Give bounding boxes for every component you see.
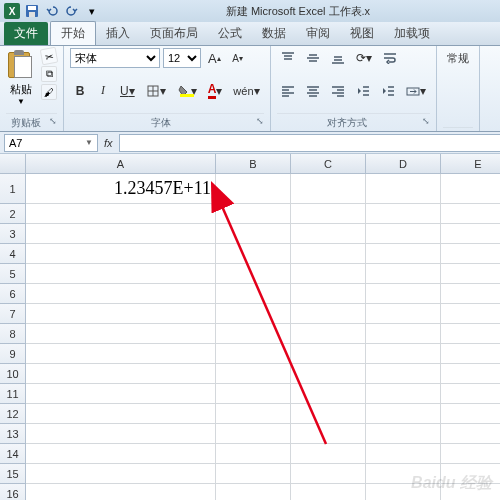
cell-D4[interactable] xyxy=(366,244,441,264)
cell-A2[interactable] xyxy=(26,204,216,224)
row-header-12[interactable]: 12 xyxy=(0,404,26,424)
cell-E16[interactable] xyxy=(441,484,500,500)
tab-4[interactable]: 数据 xyxy=(252,22,296,45)
align-right-button[interactable] xyxy=(327,81,349,101)
border-button[interactable]: ▾ xyxy=(142,81,170,101)
row-header-8[interactable]: 8 xyxy=(0,324,26,344)
cell-D12[interactable] xyxy=(366,404,441,424)
bold-button[interactable]: B xyxy=(70,81,90,101)
row-header-9[interactable]: 9 xyxy=(0,344,26,364)
cell-A13[interactable] xyxy=(26,424,216,444)
cell-B5[interactable] xyxy=(216,264,291,284)
cell-E8[interactable] xyxy=(441,324,500,344)
cell-A5[interactable] xyxy=(26,264,216,284)
col-header-A[interactable]: A xyxy=(26,154,216,174)
row-header-3[interactable]: 3 xyxy=(0,224,26,244)
align-bottom-button[interactable] xyxy=(327,48,349,68)
cell-A6[interactable] xyxy=(26,284,216,304)
tab-0[interactable]: 开始 xyxy=(50,21,96,45)
cell-D1[interactable] xyxy=(366,174,441,204)
tab-6[interactable]: 视图 xyxy=(340,22,384,45)
col-header-B[interactable]: B xyxy=(216,154,291,174)
merge-button[interactable]: ▾ xyxy=(402,81,430,101)
cell-D8[interactable] xyxy=(366,324,441,344)
align-middle-button[interactable] xyxy=(302,48,324,68)
undo-icon[interactable] xyxy=(44,3,60,19)
cut-icon[interactable]: ✂ xyxy=(40,47,59,66)
cell-D15[interactable] xyxy=(366,464,441,484)
number-format-select[interactable]: 常规 xyxy=(443,48,473,68)
fx-icon[interactable]: fx xyxy=(98,137,119,149)
align-top-button[interactable] xyxy=(277,48,299,68)
select-all-corner[interactable] xyxy=(0,154,26,174)
cell-E12[interactable] xyxy=(441,404,500,424)
tab-1[interactable]: 插入 xyxy=(96,22,140,45)
dialog-launcher-icon[interactable]: ⤡ xyxy=(256,116,264,126)
row-header-16[interactable]: 16 xyxy=(0,484,26,500)
cell-D7[interactable] xyxy=(366,304,441,324)
tab-2[interactable]: 页面布局 xyxy=(140,22,208,45)
cell-D2[interactable] xyxy=(366,204,441,224)
cell-C7[interactable] xyxy=(291,304,366,324)
dialog-launcher-icon[interactable]: ⤡ xyxy=(422,116,430,126)
cell-E4[interactable] xyxy=(441,244,500,264)
orientation-button[interactable]: ⟳▾ xyxy=(352,48,376,68)
cell-E2[interactable] xyxy=(441,204,500,224)
paste-button[interactable]: 粘贴 ▼ xyxy=(6,48,36,108)
font-color-button[interactable]: A▾ xyxy=(204,81,227,101)
cell-E1[interactable] xyxy=(441,174,500,204)
cell-B12[interactable] xyxy=(216,404,291,424)
increase-font-button[interactable]: A▴ xyxy=(204,48,225,68)
cell-C1[interactable] xyxy=(291,174,366,204)
cell-B10[interactable] xyxy=(216,364,291,384)
qat-dropdown-icon[interactable]: ▾ xyxy=(84,3,100,19)
cell-C11[interactable] xyxy=(291,384,366,404)
decrease-font-button[interactable]: A▾ xyxy=(228,48,248,68)
cell-A9[interactable] xyxy=(26,344,216,364)
cell-A8[interactable] xyxy=(26,324,216,344)
cell-A12[interactable] xyxy=(26,404,216,424)
cell-E5[interactable] xyxy=(441,264,500,284)
cell-C5[interactable] xyxy=(291,264,366,284)
cell-E9[interactable] xyxy=(441,344,500,364)
cell-B13[interactable] xyxy=(216,424,291,444)
formula-input[interactable] xyxy=(119,134,500,152)
cell-A16[interactable] xyxy=(26,484,216,500)
cell-D5[interactable] xyxy=(366,264,441,284)
cell-C2[interactable] xyxy=(291,204,366,224)
increase-indent-button[interactable] xyxy=(377,81,399,101)
cell-A3[interactable] xyxy=(26,224,216,244)
tab-3[interactable]: 公式 xyxy=(208,22,252,45)
font-name-select[interactable]: 宋体 xyxy=(70,48,160,68)
row-header-15[interactable]: 15 xyxy=(0,464,26,484)
cell-C13[interactable] xyxy=(291,424,366,444)
cell-B3[interactable] xyxy=(216,224,291,244)
cell-A15[interactable] xyxy=(26,464,216,484)
cell-C8[interactable] xyxy=(291,324,366,344)
col-header-E[interactable]: E xyxy=(441,154,500,174)
cell-E10[interactable] xyxy=(441,364,500,384)
name-box[interactable]: A7 ▼ xyxy=(4,134,98,152)
cell-E11[interactable] xyxy=(441,384,500,404)
tab-file[interactable]: 文件 xyxy=(4,22,48,45)
cell-C4[interactable] xyxy=(291,244,366,264)
cell-C10[interactable] xyxy=(291,364,366,384)
row-header-4[interactable]: 4 xyxy=(0,244,26,264)
cell-B16[interactable] xyxy=(216,484,291,500)
cell-C16[interactable] xyxy=(291,484,366,500)
redo-icon[interactable] xyxy=(64,3,80,19)
chevron-down-icon[interactable]: ▼ xyxy=(85,138,93,147)
cell-D3[interactable] xyxy=(366,224,441,244)
cell-D10[interactable] xyxy=(366,364,441,384)
cell-D6[interactable] xyxy=(366,284,441,304)
cell-D9[interactable] xyxy=(366,344,441,364)
copy-icon[interactable]: ⧉ xyxy=(41,66,57,82)
cell-D13[interactable] xyxy=(366,424,441,444)
cell-E6[interactable] xyxy=(441,284,500,304)
align-center-button[interactable] xyxy=(302,81,324,101)
cell-C6[interactable] xyxy=(291,284,366,304)
col-header-D[interactable]: D xyxy=(366,154,441,174)
align-left-button[interactable] xyxy=(277,81,299,101)
row-header-10[interactable]: 10 xyxy=(0,364,26,384)
row-header-13[interactable]: 13 xyxy=(0,424,26,444)
